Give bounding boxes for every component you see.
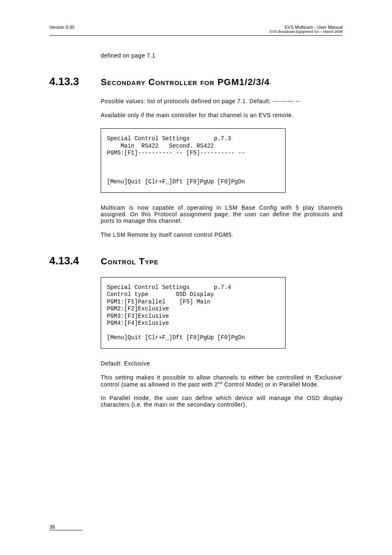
header-title: EVS Multicam - User Manual [270,25,343,30]
header-right: EVS Multicam - User Manual EVS Broadcast… [270,25,343,34]
para-4-13-4-2: This setting makes it possible to allow … [101,374,343,388]
para-4-13-4-2b: Control Mode) or in Parallel Mode. [222,381,319,387]
header-subtitle: EVS Broadcast Equipment SA – March 2008 [270,30,343,34]
page-header: Version 9.00 EVS Multicam - User Manual … [49,25,343,36]
footer-rule [49,530,82,530]
page-footer: 38 [49,524,343,530]
continuation-text: defined on page 7.1 [101,52,343,59]
para-4-13-3-4: The LSM Remote by itself cannot control … [101,231,343,238]
section-title: Secondary Controller for PGM1/2/3/4 [101,77,270,88]
header-version: Version 9.00 [49,25,74,30]
code-block-p73: Special Control Settings p.7.3 Main RS42… [101,128,286,193]
para-4-13-4-3: In Parallel mode, the user can define wh… [101,395,343,408]
para-4-13-3-3: Multicam is now capable of operating in … [101,204,343,224]
superscript-nd: nd [218,381,222,385]
section-heading-4-13-4: 4.13.4 Control Type [49,254,343,267]
page: Version 9.00 EVS Multicam - User Manual … [0,0,392,555]
section-number: 4.13.4 [49,254,101,267]
section-number: 4.13.3 [49,75,101,88]
section-heading-4-13-3: 4.13.3 Secondary Controller for PGM1/2/3… [49,75,343,88]
para-4-13-3-2: Available only if the main controller fo… [101,112,343,118]
section-title: Control Type [101,256,159,267]
para-4-13-3-1: Possible values: list of protocols defin… [101,98,343,104]
page-number: 38 [49,524,343,530]
para-4-13-4-1: Default: Exclusive [101,360,343,367]
code-block-p74: Special Control Settings p.7.4 Control t… [101,277,286,349]
